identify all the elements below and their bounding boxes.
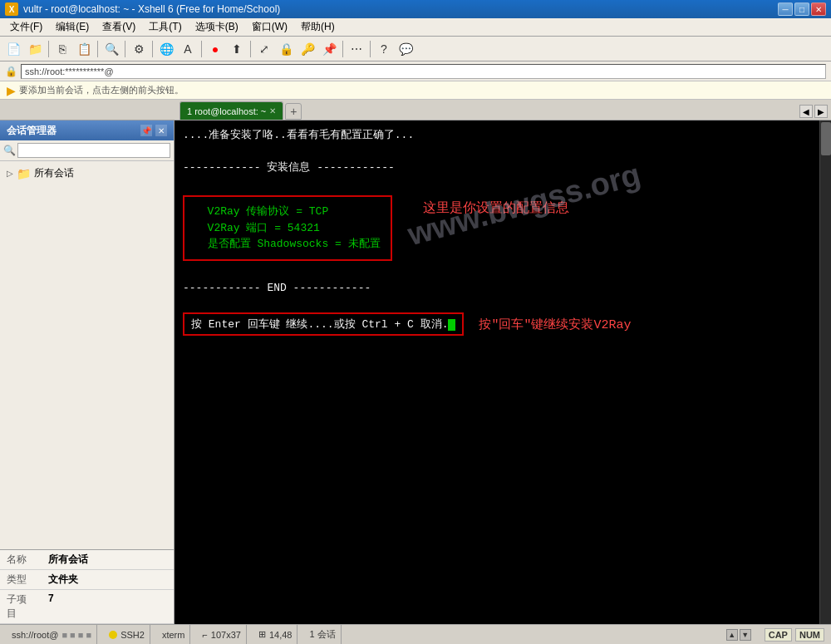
sidebar-tree: ▷ 📁 所有会话	[0, 161, 174, 549]
toolbar-sep7	[342, 41, 343, 57]
status-cap-indicator: CAP	[765, 628, 792, 642]
window-title: vultr - root@localhost: ~ - Xshell 6 (Fr…	[23, 3, 778, 15]
sidebar-info-table: 名称 所有会话 类型 文件夹 子项目 7	[0, 550, 174, 624]
sidebar-info: 名称 所有会话 类型 文件夹 子项目 7	[0, 549, 174, 624]
lock-icon: 🔒	[5, 66, 17, 77]
tab-label: 1 root@localhost: ~	[187, 106, 266, 116]
status-pos-icon: ⊞	[258, 629, 266, 640]
toolbar-find[interactable]: 🔍	[101, 39, 121, 59]
menu-help[interactable]: 帮助(H)	[294, 18, 342, 36]
toolbar-lock[interactable]: 🔒	[276, 39, 296, 59]
tab-next-button[interactable]: ▶	[814, 105, 828, 118]
address-bar: 🔒	[0, 61, 831, 81]
toolbar-sep1	[48, 41, 49, 57]
term-config-v2ray-proto: V2Ray 传输协议 = TCP	[194, 204, 381, 220]
menu-view[interactable]: 查看(V)	[96, 18, 142, 36]
info-bar: ▶ 要添加当前会话，点击左侧的前头按钮。	[0, 81, 831, 100]
status-protocol: SSH2	[104, 625, 150, 644]
term-line-gap2	[183, 297, 811, 313]
status-bar: ssh://root@ ■ ■ ■ ■ SSH2 xterm ⌐ 107x37 …	[0, 624, 831, 644]
status-size-icon: ⌐	[202, 630, 207, 640]
maximize-button[interactable]: □	[794, 2, 809, 16]
term-line-gap	[183, 264, 811, 281]
menu-file[interactable]: 文件(F)	[3, 18, 49, 36]
continue-text: 按"回车"键继续安装V2Ray	[479, 317, 631, 332]
toolbar-sep3	[125, 41, 125, 57]
sidebar-pin-button[interactable]: 📌	[140, 125, 152, 136]
tab-close-icon[interactable]: ✕	[269, 106, 276, 116]
menu-tools[interactable]: 工具(T)	[142, 18, 188, 36]
cursor-block	[448, 319, 455, 331]
sidebar-search: 🔍	[0, 140, 174, 161]
toolbar-globe[interactable]: 🌐	[156, 39, 176, 59]
status-nav-buttons: ▲ ▼	[726, 629, 751, 641]
toolbar-type[interactable]: A	[178, 39, 198, 59]
toolbar-help[interactable]: ?	[374, 39, 394, 59]
menu-tabs[interactable]: 选项卡(B)	[189, 18, 245, 36]
status-nav-up[interactable]: ▲	[726, 629, 738, 641]
sidebar-info-val-children: 7	[42, 590, 174, 624]
tab-prev-button[interactable]: ◀	[799, 105, 813, 118]
sidebar-info-val-name: 所有会话	[42, 550, 174, 570]
toolbar-copy[interactable]: ⎘	[52, 39, 72, 59]
tree-item-all-sessions[interactable]: ▷ 📁 所有会话	[3, 165, 170, 182]
terminal-wrapper[interactable]: ....准备安装了咯..看看有毛有配置正确了... ------------ 安…	[175, 120, 819, 624]
toolbar-sep8	[370, 41, 371, 57]
sidebar-info-key-type: 类型	[0, 570, 42, 590]
status-sessions-text: 1 会话	[309, 628, 335, 641]
menu-edit[interactable]: 编辑(E)	[49, 18, 96, 36]
config-right-text: 这里是你设置的配置信息	[423, 201, 569, 216]
sidebar-search-input[interactable]	[17, 143, 170, 158]
address-input[interactable]	[21, 64, 826, 79]
window-controls: ─ □ ✕	[778, 2, 826, 16]
status-nav-down[interactable]: ▼	[740, 629, 751, 641]
scroll-thumb[interactable]	[821, 122, 831, 155]
toolbar-sep2	[97, 41, 98, 57]
sidebar-header-controls: 📌 ✕	[140, 125, 167, 136]
terminal-scrollbar[interactable]	[819, 120, 831, 624]
status-num-indicator: NUM	[795, 628, 824, 642]
term-config-v2ray-port: V2Ray 端口 = 54321	[194, 220, 381, 237]
status-term: xterm	[157, 625, 191, 644]
term-line-end: ------------ END ------------	[183, 280, 811, 297]
sidebar: 会话管理器 📌 ✕ 🔍 ▷ 📁 所有会话	[0, 120, 175, 624]
toolbar-chat[interactable]: 💬	[396, 39, 416, 59]
status-position: ⊞ 14,48	[253, 625, 298, 644]
terminal[interactable]: ....准备安装了咯..看看有毛有配置正确了... ------------ 安…	[175, 120, 819, 624]
tab-bar: 1 root@localhost: ~ ✕ + ◀ ▶	[0, 100, 831, 120]
sidebar-close-button[interactable]: ✕	[155, 125, 167, 136]
sidebar-title: 会话管理器	[7, 124, 57, 138]
status-caps-num: CAP NUM	[765, 628, 824, 642]
toolbar-more[interactable]: ⋯	[347, 39, 366, 59]
toolbar-config[interactable]: ⚙	[129, 39, 149, 59]
sidebar-info-val-type: 文件夹	[42, 570, 174, 590]
toolbar-new[interactable]: 📄	[3, 39, 23, 59]
menu-bar: 文件(F) 编辑(E) 查看(V) 工具(T) 选项卡(B) 窗口(W) 帮助(…	[0, 18, 831, 37]
info-text: 要添加当前会话，点击左侧的前头按钮。	[19, 84, 184, 96]
minimize-button[interactable]: ─	[778, 2, 793, 16]
toolbar-upload[interactable]: ⬆	[227, 39, 247, 59]
term-line-3: ------------ 安装信息 ------------	[183, 160, 811, 176]
toolbar-folder[interactable]: 📁	[25, 39, 45, 59]
enter-box: 按 Enter 回车键 继续....或按 Ctrl + C 取消.	[183, 312, 464, 336]
toolbar-red[interactable]: ●	[205, 39, 225, 59]
toolbar-sep5	[201, 41, 202, 57]
status-size: ⌐ 107x37	[197, 625, 247, 644]
title-bar: X vultr - root@localhost: ~ - Xshell 6 (…	[0, 0, 831, 18]
close-button[interactable]: ✕	[811, 2, 826, 16]
menu-window[interactable]: 窗口(W)	[245, 18, 294, 36]
status-ip: ■ ■ ■ ■	[61, 630, 91, 640]
tab-add-button[interactable]: +	[285, 103, 302, 120]
tab-terminal-1[interactable]: 1 root@localhost: ~ ✕	[179, 101, 283, 120]
sidebar-info-row-children: 子项目 7	[0, 590, 174, 624]
toolbar-resize[interactable]: ⤢	[254, 39, 274, 59]
toolbar-paste[interactable]: 📋	[74, 39, 94, 59]
toolbar-sep4	[152, 41, 153, 57]
status-pos-text: 14,48	[269, 630, 293, 640]
toolbar-pin[interactable]: 📌	[319, 39, 339, 59]
term-line-1: ....准备安装了咯..看看有毛有配置正确了...	[183, 127, 811, 144]
toolbar-key[interactable]: 🔑	[297, 39, 317, 59]
status-size-text: 107x37	[211, 630, 241, 640]
status-ssh: ssh://root@ ■ ■ ■ ■	[7, 625, 97, 644]
toolbar: 📄 📁 ⎘ 📋 🔍 ⚙ 🌐 A ● ⬆ ⤢ 🔒 🔑 📌 ⋯ ? 💬	[0, 37, 831, 61]
